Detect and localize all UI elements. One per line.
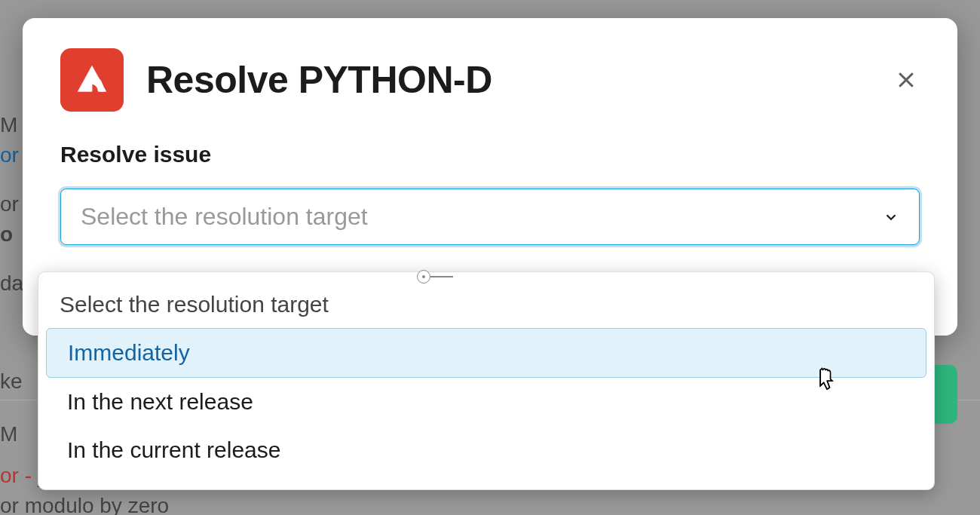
bg-text: or — [0, 143, 19, 167]
bg-text: ke — [0, 369, 23, 394]
scroll-indicator-icon — [417, 270, 430, 284]
dropdown-option-immediately[interactable]: Immediately — [46, 328, 926, 378]
resolution-target-select[interactable]: Select the resolution target — [60, 189, 920, 245]
sentry-app-icon — [60, 48, 124, 112]
dropdown-header: Select the resolution target — [38, 281, 934, 328]
bg-text: o — [0, 222, 13, 247]
modal-title: Resolve PYTHON-D — [146, 58, 492, 102]
select-placeholder: Select the resolution target — [81, 203, 368, 231]
bg-text: or modulo by zero — [0, 494, 169, 515]
close-button[interactable] — [893, 66, 920, 93]
modal-header: Resolve PYTHON-D — [60, 48, 920, 112]
chevron-down-icon — [883, 209, 899, 225]
dropdown-option-next-release[interactable]: In the next release — [46, 378, 926, 426]
bg-text: M — [0, 113, 17, 137]
resolve-issue-label: Resolve issue — [60, 142, 920, 167]
resolution-dropdown: Select the resolution target Immediately… — [38, 271, 935, 490]
bg-text: da — [0, 271, 23, 296]
bg-text: or — [0, 192, 19, 216]
bg-text: M — [0, 422, 17, 446]
dropdown-option-current-release[interactable]: In the current release — [46, 426, 926, 474]
